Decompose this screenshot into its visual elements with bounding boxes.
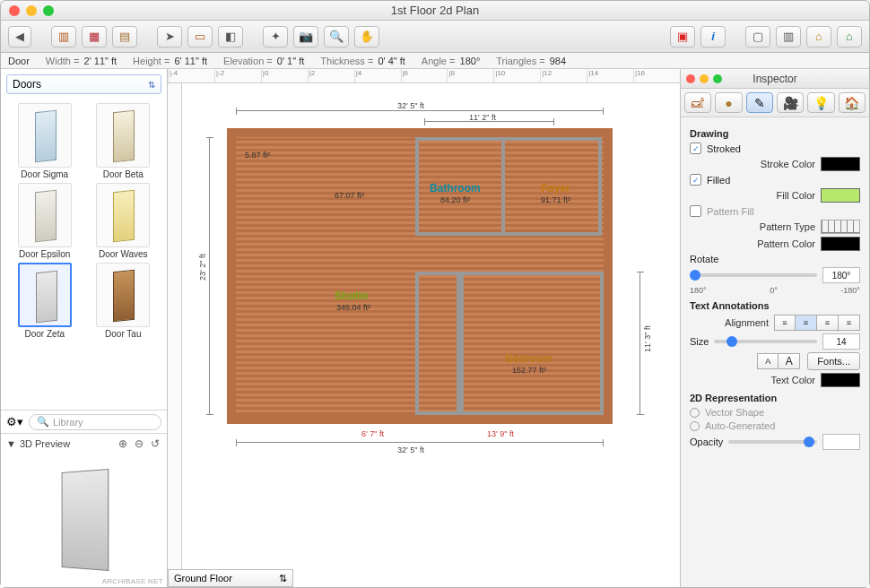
render-button[interactable]: ▣ (670, 26, 695, 48)
view-2d-button[interactable]: ▢ (745, 26, 770, 48)
size-value[interactable]: 14 (822, 333, 860, 350)
library-category-label: Doors (13, 78, 41, 91)
alignment-segmented[interactable]: ≡ ≡ ≡ ≡ (774, 315, 860, 331)
library-search-input[interactable]: 🔍Library (29, 414, 161, 430)
align-center-icon[interactable]: ≡ (796, 315, 817, 331)
library-toolbar: ⚙▾ 🔍Library (1, 410, 167, 433)
align-right-icon[interactable]: ≡ (817, 315, 839, 331)
room-area-foyer: 91.71 ft² (541, 195, 570, 204)
pattern-fill-checkbox[interactable] (690, 205, 701, 217)
align-justify-icon[interactable]: ≡ (839, 315, 860, 331)
section-drawing: Drawing (690, 128, 860, 139)
room-label-bathroom: Bathroom (430, 182, 481, 195)
room-tool-button[interactable]: ◧ (218, 26, 243, 48)
view-split-button[interactable]: ▥ (776, 26, 801, 48)
back-button[interactable]: ◀ (8, 26, 31, 48)
filled-checkbox[interactable] (690, 174, 701, 186)
fonts-button[interactable]: Fonts... (807, 352, 860, 370)
stroke-color-swatch[interactable] (821, 157, 860, 171)
dim-right: 11' 3" ft (643, 325, 652, 352)
room-label-studio: Studio (335, 290, 368, 302)
preview-header: ▼ 3D Preview ⊕ ⊖ ↺ (1, 433, 167, 453)
library-category-select[interactable]: Doors ⇅ (6, 74, 161, 94)
font-larger-button[interactable]: A (779, 353, 800, 369)
view-3d-button[interactable]: ⌂ (806, 26, 831, 48)
zoom-tool-button[interactable]: 🔍 (324, 26, 349, 48)
inspector-tab-materials[interactable]: ● (715, 92, 742, 113)
library-item[interactable]: Door Waves (87, 183, 161, 259)
zoom-out-icon[interactable]: ⊖ (133, 437, 145, 450)
vector-shape-label: Vector Shape (705, 407, 764, 418)
section-2d-representation: 2D Representation (690, 393, 860, 403)
zoom-in-icon[interactable]: ⊕ (117, 437, 129, 450)
library-item[interactable]: Door Beta (87, 103, 161, 179)
status-triangles: Triangles = 984 (496, 56, 566, 66)
inspector-tab-building[interactable]: 🏠 (839, 92, 866, 113)
text-color-swatch[interactable] (821, 373, 860, 387)
fill-color-swatch[interactable] (821, 188, 860, 203)
select-tool-button[interactable]: ➤ (157, 26, 182, 48)
dim-top: 32' 5" ft (397, 101, 424, 110)
fill-color-label: Fill Color (690, 190, 815, 201)
disclosure-icon[interactable]: ▼ (6, 438, 16, 449)
measure-tool-button[interactable]: ✦ (263, 26, 288, 48)
floorplan[interactable]: Studio 346.04 ft² Bathroom 84.20 ft² Foy… (227, 128, 613, 424)
view-walkthrough-button[interactable]: ⌂ (837, 26, 862, 48)
auto-generated-radio[interactable] (690, 421, 700, 431)
pan-tool-button[interactable]: ✋ (354, 26, 379, 48)
library-item[interactable]: Door Sigma (8, 103, 82, 179)
camera-tool-button[interactable]: 📷 (293, 26, 318, 48)
text-color-label: Text Color (690, 375, 815, 385)
library-grid: Door Sigma Door Beta Door Epsilon Door W… (1, 99, 167, 410)
align-left-icon[interactable]: ≡ (774, 315, 796, 331)
rotate-value[interactable]: 180° (822, 267, 860, 283)
opacity-slider[interactable] (728, 440, 817, 444)
gear-icon[interactable]: ⚙▾ (6, 415, 23, 428)
pattern-color-label: Pattern Color (690, 238, 815, 249)
opacity-value[interactable] (822, 434, 860, 450)
opacity-label: Opacity (690, 437, 723, 447)
rotate-slider[interactable] (690, 273, 817, 277)
wall-tool-button[interactable]: ▭ (187, 26, 213, 48)
stroke-color-label: Stroke Color (690, 159, 815, 169)
zoom-reset-icon[interactable]: ↺ (149, 437, 161, 450)
status-elevation: Elevation = 0' 1" ft (223, 56, 304, 66)
inspector-tab-lights[interactable]: 💡 (807, 92, 834, 113)
inspector-tab-2d[interactable]: ✎ (746, 92, 773, 113)
library-item[interactable]: Door Epsilon (8, 183, 82, 259)
preview-3d[interactable]: ARCHIBASE NET (1, 453, 167, 587)
select-arrows-icon: ⇅ (148, 80, 155, 90)
library-materials-button[interactable]: ▦ (82, 26, 107, 48)
pattern-type-label: Pattern Type (690, 221, 815, 232)
titlebar: 1st Floor 2d Plan (1, 1, 869, 21)
library-item-selected[interactable]: Door Zeta (8, 263, 82, 339)
inspector-panel: Inspector 🛋 ● ✎ 🎥 💡 🏠 Drawing Stroked St… (681, 69, 869, 587)
archibase-watermark: ARCHIBASE NET (102, 577, 163, 585)
inspector-tab-object[interactable]: 🛋 (684, 92, 711, 113)
font-smaller-button[interactable]: A (757, 353, 779, 369)
select-arrows-icon: ⇅ (279, 573, 287, 584)
floor-selector[interactable]: Ground Floor⇅ (168, 569, 293, 587)
status-angle: Angle = 180° (422, 56, 480, 66)
library-panel: Doors ⇅ Door Sigma Door Beta Door Epsilo… (1, 69, 168, 587)
inspector-tab-cameras[interactable]: 🎥 (777, 92, 804, 113)
inspector-title: Inspector (681, 73, 869, 85)
minimize-window-dot[interactable] (26, 5, 37, 16)
room-area-studio: 346.04 ft² (336, 303, 370, 312)
size-slider[interactable] (714, 340, 817, 343)
floorplan-canvas[interactable]: 32' 5" ft 11' 2" ft 23' 2" ft 11' 3" ft … (182, 83, 680, 587)
pattern-type-swatch[interactable] (821, 220, 860, 234)
close-window-dot[interactable] (9, 5, 20, 16)
pattern-color-swatch[interactable] (821, 237, 860, 251)
small-area-closet: 67.07 ft² (335, 191, 364, 200)
stroked-checkbox[interactable] (690, 143, 701, 154)
info-button[interactable]: i (700, 26, 726, 48)
library-furniture-button[interactable]: ▥ (51, 26, 76, 48)
window-title: 1st Floor 2d Plan (1, 4, 869, 17)
main-toolbar: ◀ ▥ ▦ ▤ ➤ ▭ ◧ ✦ 📷 🔍 ✋ ▣ i ▢ ▥ ⌂ ⌂ (1, 21, 869, 53)
zoom-window-dot[interactable] (43, 5, 54, 16)
room-area-bathroom: 84.20 ft² (440, 195, 470, 204)
library-colors-button[interactable]: ▤ (112, 26, 137, 48)
library-item[interactable]: Door Tau (87, 263, 161, 339)
vector-shape-radio[interactable] (690, 408, 700, 418)
